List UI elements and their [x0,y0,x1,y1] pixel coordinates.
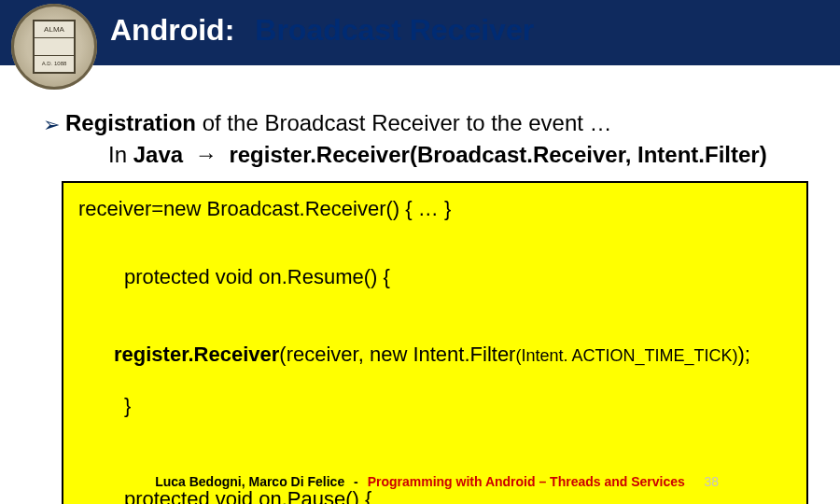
subline-bold: Java [133,142,183,167]
footer-course: Programming with Android – Threads and S… [368,474,685,489]
seal-inner-mid [35,38,74,55]
subline-code: register.Receiver(Broadcast.Receiver, In… [229,142,766,167]
code-line-1: receiver=new Broadcast.Receiver() { … } [78,196,791,222]
slide-title: Android: Broadcast Receiver [110,13,534,48]
title-part-b: Broadcast Receiver [245,13,534,48]
code-line-2a: protected void on.Resume() { [124,265,390,288]
code-line-2b-bold: register.Receiver [114,343,279,366]
slide: ALMA A.D. 1088 Android: Broadcast Receiv… [0,0,840,504]
university-seal: ALMA A.D. 1088 [11,4,97,90]
arrow-icon: → [183,142,229,167]
footer-page-number: 38 [704,474,719,489]
subline-prefix: In [108,142,133,167]
code-line-2b: register.Receiver(receiver, new Intent.F… [78,342,791,368]
footer: Luca Bedogni, Marco Di Felice - Programm… [0,474,840,489]
bullet-bold: Registration [65,110,196,135]
seal-inner-panel: ALMA A.D. 1088 [33,20,76,74]
seal-inner-top: ALMA [35,21,74,38]
footer-separator: - [348,474,364,489]
code-block-resume: protected void on.Resume() { register.Re… [78,239,791,444]
code-line-2b-mid: (receiver, new Intent.Filter [279,343,515,366]
code-line-2b-end: ); [738,343,750,366]
seal-outer-ring: ALMA A.D. 1088 [11,4,97,90]
footer-authors: Luca Bedogni, Marco Di Felice [155,474,344,489]
sub-line: In Java → register.Receiver(Broadcast.Re… [108,142,812,168]
code-line-2c: } [124,394,131,417]
bullet-line: ➢Registration of the Broadcast Receiver … [43,110,812,136]
bullet-rest: of the Broadcast Receiver to the event … [196,110,612,135]
slide-content: ➢Registration of the Broadcast Receiver … [43,110,812,504]
code-line-3a: protected void on.Pause() { [124,487,371,504]
title-part-a: Android: [110,13,234,48]
code-line-2b-small: (Intent. ACTION_TIME_TICK) [515,346,737,365]
code-box: receiver=new Broadcast.Receiver() { … } … [62,181,808,504]
bullet-glyph-icon: ➢ [43,113,60,137]
seal-inner-bottom: A.D. 1088 [35,56,74,72]
